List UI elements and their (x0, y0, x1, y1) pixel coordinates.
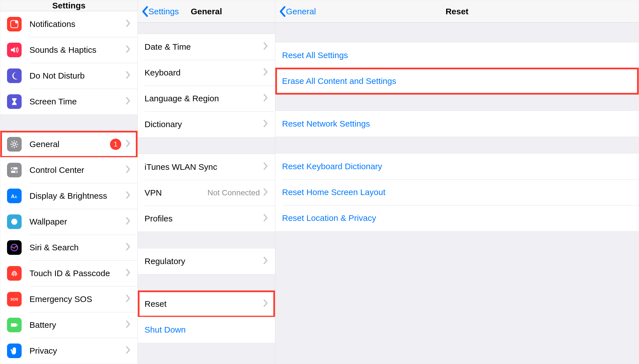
row-screentime[interactable]: Screen Time (0, 89, 138, 115)
chevron-right-icon (263, 188, 268, 198)
row-label: Reset Location & Privacy (282, 213, 632, 223)
chevron-right-icon (126, 191, 131, 201)
row-privacy[interactable]: Privacy (0, 338, 138, 364)
row-reset[interactable]: Reset (138, 291, 275, 317)
row-label: Reset Keyboard Dictionary (282, 162, 632, 171)
hourglass-icon (7, 94, 22, 109)
chevron-right-icon (126, 97, 131, 105)
chevron-right-icon (126, 269, 131, 278)
row-label: Siri & Search (29, 243, 126, 252)
row-resetkbd[interactable]: Reset Keyboard Dictionary (275, 154, 639, 179)
settings-pane: Settings NotificationsSounds & HapticsDo… (0, 0, 138, 364)
row-dnd[interactable]: Do Not Disturb (0, 63, 138, 89)
chevron-right-icon (126, 346, 131, 356)
chevron-right-icon (263, 257, 268, 266)
chevron-right-icon (263, 214, 268, 224)
gear-icon (7, 137, 22, 152)
row-label: Display & Brightness (29, 191, 126, 201)
row-eraseall[interactable]: Erase All Content and Settings (275, 68, 639, 94)
chevron-right-icon (263, 68, 268, 78)
row-sos[interactable]: SOSEmergency SOS (0, 286, 138, 312)
chevron-right-icon (126, 320, 131, 328)
row-display[interactable]: AADisplay & Brightness (0, 183, 138, 209)
chevron-right-icon (126, 269, 131, 276)
notification-badge: 1 (110, 139, 121, 150)
row-resetall[interactable]: Reset All Settings (275, 42, 639, 68)
row-wallpaper[interactable]: Wallpaper (0, 209, 138, 235)
row-label: Profiles (145, 214, 263, 223)
svg-point-24 (11, 244, 18, 251)
row-resetnet[interactable]: Reset Network Settings (275, 111, 639, 137)
row-regulatory[interactable]: Regulatory (138, 248, 275, 274)
row-keyboard[interactable]: Keyboard (138, 60, 275, 86)
row-sounds[interactable]: Sounds & Haptics (0, 37, 138, 63)
row-label: General (29, 139, 110, 149)
svg-point-12 (12, 168, 13, 169)
svg-point-2 (13, 143, 16, 146)
row-label: Control Center (29, 165, 126, 175)
row-resethome[interactable]: Reset Home Screen Layout (275, 179, 639, 205)
svg-text:A: A (11, 194, 15, 199)
row-label: Reset All Settings (282, 51, 632, 60)
row-label: Regulatory (145, 257, 263, 266)
page-title: Reset (446, 7, 469, 16)
row-battery[interactable]: Battery (0, 312, 138, 338)
general-list: Date & TimeKeyboardLanguage & RegionDict… (138, 23, 275, 343)
chevron-right-icon (126, 346, 131, 354)
row-label: Reset (145, 299, 263, 309)
back-button[interactable]: General (279, 6, 316, 17)
chevron-right-icon (126, 191, 131, 199)
chevron-right-icon (126, 71, 131, 81)
chevron-right-icon (126, 294, 131, 302)
row-label: Keyboard (145, 68, 263, 77)
svg-text:SOS: SOS (10, 297, 18, 301)
svg-line-4 (16, 146, 17, 147)
row-controlcenter[interactable]: Control Center (0, 157, 138, 183)
chevron-right-icon (126, 71, 131, 79)
fingerprint-icon (7, 266, 22, 281)
row-label: Wallpaper (29, 217, 126, 226)
chevron-right-icon (126, 45, 131, 53)
chevron-right-icon (126, 243, 131, 253)
row-siri[interactable]: Siri & Search (0, 235, 138, 260)
row-label: Battery (29, 320, 126, 330)
chevron-right-icon (263, 68, 268, 76)
row-label: Shut Down (145, 325, 268, 335)
chevron-right-icon (263, 214, 268, 222)
chevron-right-icon (263, 94, 268, 102)
row-general[interactable]: General1 (0, 131, 138, 157)
page-title: General (191, 7, 222, 16)
row-resetloc[interactable]: Reset Location & Privacy (275, 205, 639, 231)
chevron-right-icon (126, 165, 131, 175)
row-itunes[interactable]: iTunes WLAN Sync (138, 154, 275, 180)
row-profiles[interactable]: Profiles (138, 206, 275, 232)
chevron-right-icon (126, 165, 131, 173)
row-touchid[interactable]: Touch ID & Passcode (0, 260, 138, 286)
row-vpn[interactable]: VPNNot Connected (138, 180, 275, 206)
chevron-right-icon (126, 217, 131, 227)
row-datetime[interactable]: Date & Time (138, 34, 275, 60)
flower-icon (7, 214, 22, 229)
back-label: General (286, 7, 316, 16)
general-pane: Settings General Date & TimeKeyboardLang… (138, 0, 275, 364)
svg-line-8 (12, 141, 13, 143)
row-notifications[interactable]: Notifications (0, 11, 138, 37)
row-label: Notifications (29, 19, 126, 29)
chevron-right-icon (126, 139, 131, 149)
chevron-right-icon (126, 97, 131, 107)
row-label: Language & Region (145, 94, 263, 103)
back-button[interactable]: Settings (141, 6, 179, 17)
chevron-right-icon (126, 19, 131, 27)
chevron-right-icon (126, 45, 131, 55)
row-shutdown[interactable]: Shut Down (138, 317, 275, 343)
row-dictionary[interactable]: Dictionary (138, 111, 275, 137)
chevron-right-icon (263, 162, 268, 170)
chevron-right-icon (263, 120, 268, 127)
back-label: Settings (148, 7, 179, 16)
row-langregion[interactable]: Language & Region (138, 86, 275, 111)
row-label: Reset Home Screen Layout (282, 187, 632, 197)
svg-line-6 (12, 146, 13, 147)
page-title: Settings (52, 1, 85, 10)
row-label: Screen Time (29, 97, 126, 106)
chevron-right-icon (263, 120, 268, 129)
